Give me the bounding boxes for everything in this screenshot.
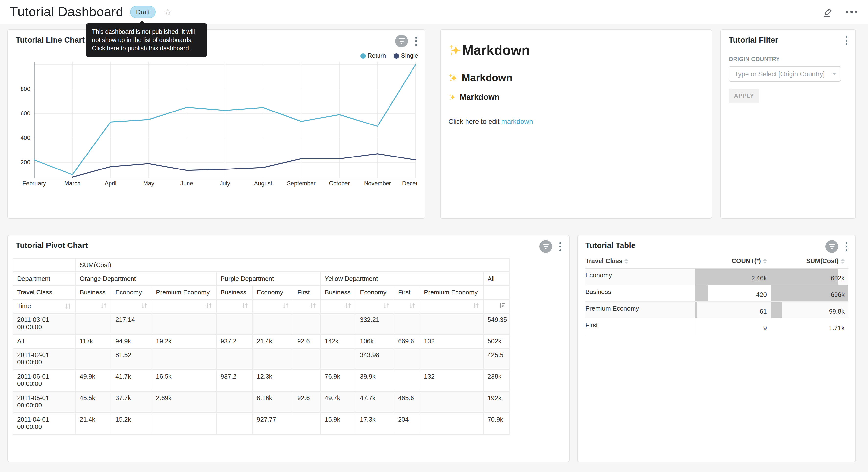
filter-count-icon[interactable] bbox=[826, 240, 838, 253]
chart-legend: ReturnSingle bbox=[360, 52, 418, 59]
pivot-cell: 70.9k bbox=[484, 413, 509, 434]
pivot-cell bbox=[253, 348, 293, 370]
pivot-row-label: All bbox=[13, 334, 75, 348]
draft-status-badge[interactable]: Draft bbox=[130, 6, 156, 18]
pivot-leaf-header: Business bbox=[75, 286, 111, 299]
cell-value: 420 bbox=[695, 288, 771, 298]
pivot-cell bbox=[293, 413, 320, 434]
sort-icon[interactable] bbox=[310, 302, 316, 309]
sort-carets-icon bbox=[624, 259, 628, 264]
line-chart-card: 200400600800FebruaryMarchAprilMayJuneJul… bbox=[7, 29, 426, 218]
pivot-table: SUM(Cost)DepartmentOrange DepartmentPurp… bbox=[13, 258, 509, 435]
pivot-sort-header[interactable] bbox=[216, 299, 253, 313]
pivot-cell bbox=[320, 348, 356, 370]
sparkles-icon bbox=[448, 44, 461, 57]
sort-icon[interactable] bbox=[242, 302, 248, 309]
filter-count-icon[interactable] bbox=[395, 35, 408, 48]
pivot-cell bbox=[293, 370, 320, 391]
pivot-leaf-header: Premium Economy bbox=[152, 286, 216, 299]
cell-value: 99.8k bbox=[771, 305, 848, 315]
cell-count: 420 bbox=[695, 285, 771, 301]
pivot-sort-header[interactable] bbox=[484, 299, 509, 313]
legend-dot bbox=[394, 53, 399, 58]
pivot-cell bbox=[152, 348, 216, 370]
pivot-sort-header[interactable] bbox=[75, 299, 111, 313]
pivot-sort-header[interactable] bbox=[356, 299, 394, 313]
legend-item-return[interactable]: Return bbox=[360, 52, 386, 59]
pivot-leaf-header bbox=[484, 286, 509, 299]
kebab-menu-icon[interactable] bbox=[844, 35, 848, 46]
pivot-cell: 502k bbox=[484, 334, 509, 348]
kebab-menu-icon[interactable] bbox=[558, 241, 562, 252]
pivot-sort-header[interactable] bbox=[394, 299, 420, 313]
sort-icon[interactable] bbox=[100, 302, 107, 309]
pivot-cell: 332.21 bbox=[356, 313, 394, 334]
sort-icon[interactable] bbox=[472, 302, 479, 309]
pivot-time-header[interactable]: Time bbox=[13, 299, 75, 313]
kebab-menu-icon[interactable] bbox=[844, 241, 848, 252]
table-card-title: Tutorial Table bbox=[585, 241, 636, 250]
pivot-sort-header[interactable] bbox=[152, 299, 216, 313]
y-axis-label: 200 bbox=[21, 159, 30, 166]
markdown-heading-1: Markdown bbox=[448, 42, 704, 58]
pivot-leaf-header: Economy bbox=[356, 286, 394, 299]
sort-icon[interactable] bbox=[141, 302, 148, 309]
cell-count: 9 bbox=[695, 318, 771, 335]
pivot-sort-header[interactable] bbox=[111, 299, 152, 313]
sort-icon[interactable] bbox=[383, 302, 390, 309]
cell-value: 1.71k bbox=[771, 321, 848, 332]
column-header-count[interactable]: COUNT(*) bbox=[695, 254, 771, 268]
table-card: Tutorial Table Travel Class COUNT(*) SUM… bbox=[577, 235, 856, 462]
pivot-cell: 192k bbox=[484, 391, 509, 413]
select-placeholder: Type or Select [Origin Country] bbox=[735, 70, 825, 78]
pivot-sort-header[interactable] bbox=[253, 299, 293, 313]
pivot-sort-header[interactable] bbox=[420, 299, 484, 313]
pivot-row-label: 2011-04-0100:00:00 bbox=[13, 413, 75, 434]
markdown-heading-3: Markdown bbox=[448, 92, 704, 102]
x-axis-label: March bbox=[64, 180, 81, 186]
filter-count-icon[interactable] bbox=[539, 240, 552, 253]
pivot-cell: 37.7k bbox=[111, 391, 152, 413]
data-table-wrap: Travel Class COUNT(*) SUM(Cost) Economy2… bbox=[585, 254, 848, 335]
pivot-row-label: 2011-06-0100:00:00 bbox=[13, 370, 75, 391]
pivot-group-header: Orange Department bbox=[75, 272, 216, 286]
line-chart-title: Tutorial Line Chart bbox=[16, 36, 85, 45]
pivot-cell: 927.77 bbox=[253, 413, 293, 434]
sort-icon[interactable] bbox=[409, 302, 416, 309]
sort-descending-icon[interactable] bbox=[498, 302, 505, 309]
sort-icon[interactable] bbox=[282, 302, 289, 309]
pivot-cell bbox=[293, 313, 320, 334]
line-chart: 200400600800FebruaryMarchAprilMayJuneJul… bbox=[8, 30, 416, 218]
pivot-leaf-header: Business bbox=[320, 286, 356, 299]
pivot-cell: 47.7k bbox=[356, 391, 394, 413]
cell-value: 9 bbox=[695, 321, 771, 332]
apply-button[interactable]: APPLY bbox=[728, 89, 760, 103]
pivot-cell: 217.14 bbox=[111, 313, 152, 334]
edit-pencil-icon[interactable] bbox=[822, 7, 833, 18]
favorite-star-icon[interactable]: ☆ bbox=[163, 7, 173, 17]
cell-travel-class: First bbox=[585, 318, 695, 335]
sort-icon[interactable] bbox=[345, 302, 351, 309]
x-axis-label: December bbox=[402, 180, 416, 186]
pivot-cell bbox=[152, 313, 216, 334]
pivot-sort-header[interactable] bbox=[320, 299, 356, 313]
pivot-cell bbox=[216, 413, 253, 434]
y-axis-label: 800 bbox=[21, 86, 30, 92]
line-series-single bbox=[72, 154, 416, 177]
sort-icon[interactable] bbox=[65, 302, 71, 309]
pivot-sort-header[interactable] bbox=[293, 299, 320, 313]
pivot-group-header: Yellow Department bbox=[320, 272, 484, 286]
legend-item-single[interactable]: Single bbox=[394, 52, 418, 59]
pivot-cell: 549.35 bbox=[484, 313, 509, 334]
pivot-cell bbox=[216, 313, 253, 334]
sort-icon[interactable] bbox=[206, 302, 212, 309]
origin-country-select[interactable]: Type or Select [Origin Country] bbox=[728, 66, 841, 82]
pivot-leaf-header: First bbox=[293, 286, 320, 299]
column-header-travel-class[interactable]: Travel Class bbox=[585, 254, 695, 268]
kebab-menu-icon[interactable] bbox=[414, 35, 418, 47]
table-header-row: Travel Class COUNT(*) SUM(Cost) bbox=[585, 254, 848, 268]
column-header-sum-cost[interactable]: SUM(Cost) bbox=[771, 254, 848, 268]
ellipsis-menu-icon[interactable] bbox=[846, 11, 857, 13]
edit-markdown-link[interactable]: markdown bbox=[501, 117, 533, 125]
markdown-heading-2: Markdown bbox=[448, 72, 704, 84]
